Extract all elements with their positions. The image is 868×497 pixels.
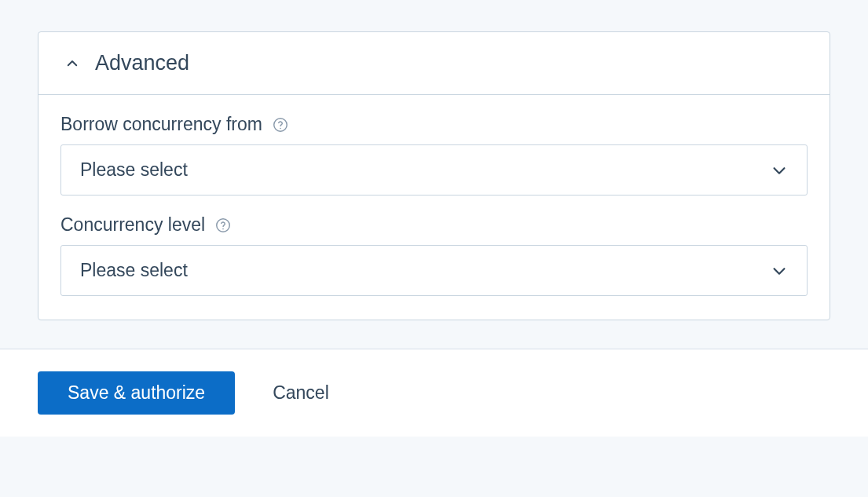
- concurrency-level-field: Concurrency level Please select: [60, 214, 808, 296]
- concurrency-level-select[interactable]: Please select: [60, 245, 808, 296]
- help-icon[interactable]: [272, 116, 289, 133]
- footer: Save & authorize Cancel: [0, 349, 868, 437]
- panel-body: Borrow concurrency from Please select: [38, 95, 830, 320]
- svg-point-3: [222, 228, 224, 229]
- borrow-concurrency-field: Borrow concurrency from Please select: [60, 114, 808, 196]
- save-authorize-button[interactable]: Save & authorize: [38, 371, 235, 415]
- concurrency-level-label: Concurrency level: [60, 214, 205, 236]
- borrow-concurrency-label: Borrow concurrency from: [60, 114, 262, 135]
- chevron-down-icon: [771, 262, 788, 280]
- advanced-panel: Advanced Borrow concurrency from Please …: [38, 31, 830, 320]
- field-label-row: Borrow concurrency from: [60, 114, 808, 135]
- chevron-up-icon: [65, 57, 79, 71]
- main-area: Advanced Borrow concurrency from Please …: [0, 0, 868, 349]
- borrow-concurrency-select[interactable]: Please select: [60, 144, 808, 196]
- concurrency-level-value: Please select: [80, 260, 188, 281]
- chevron-down-icon: [771, 162, 788, 179]
- borrow-concurrency-value: Please select: [80, 159, 188, 181]
- svg-point-1: [280, 127, 281, 129]
- help-icon[interactable]: [214, 217, 232, 234]
- panel-header[interactable]: Advanced: [38, 32, 830, 95]
- panel-title: Advanced: [95, 51, 189, 75]
- field-label-row: Concurrency level: [60, 214, 808, 236]
- cancel-button[interactable]: Cancel: [273, 371, 329, 415]
